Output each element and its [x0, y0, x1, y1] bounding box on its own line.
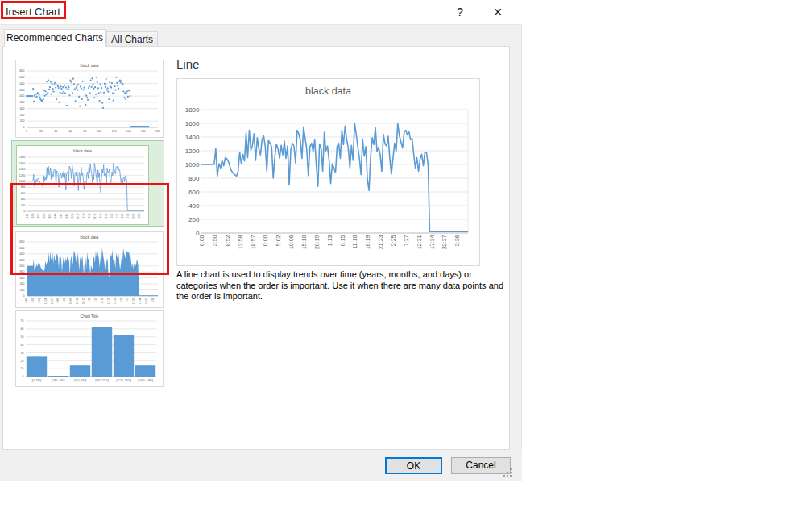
svg-text:17:34: 17:34	[139, 298, 142, 304]
svg-text:17:34: 17:34	[429, 235, 435, 249]
chart-description: A line chart is used to display trends o…	[176, 269, 505, 302]
svg-text:13:58: 13:58	[44, 298, 48, 304]
svg-text:1600: 1600	[19, 76, 25, 79]
title-bar: Insert Chart ? ✕	[0, 0, 522, 25]
svg-text:1800: 1800	[19, 156, 26, 159]
resize-grip-icon[interactable]	[503, 468, 512, 477]
svg-text:160: 160	[141, 130, 146, 133]
svg-text:8:52: 8:52	[37, 213, 40, 218]
chart-thumbnail-line-selected[interactable]: 0200400600800100012001400160018000:003:5…	[11, 140, 164, 227]
svg-text:1000: 1000	[19, 180, 26, 183]
svg-text:600: 600	[20, 277, 25, 280]
svg-text:15:10: 15:10	[76, 298, 79, 304]
tab-all-charts[interactable]: All Charts	[106, 31, 158, 47]
svg-text:7:27: 7:27	[116, 213, 119, 218]
svg-text:16:19: 16:19	[107, 298, 110, 304]
svg-text:800: 800	[188, 175, 200, 182]
svg-text:1200: 1200	[19, 174, 26, 177]
chart-thumbnail-area[interactable]: 0200400600800100012001400160018000:003:5…	[15, 231, 164, 308]
svg-text:1800: 1800	[19, 240, 25, 244]
svg-text:1600: 1600	[19, 247, 25, 250]
svg-text:3:36: 3:36	[138, 213, 141, 218]
svg-text:400: 400	[188, 202, 200, 210]
svg-text:(560, 840]: (560, 840]	[74, 379, 86, 382]
svg-text:8:52: 8:52	[225, 235, 230, 246]
dialog-content-pane: 0200400600800100012001400160018000204060…	[2, 46, 510, 450]
svg-text:16:19: 16:19	[365, 235, 371, 249]
svg-text:0: 0	[26, 130, 27, 133]
svg-text:1000: 1000	[19, 264, 25, 268]
svg-text:400: 400	[20, 114, 25, 117]
svg-text:200: 200	[20, 119, 25, 123]
svg-text:22:37: 22:37	[145, 298, 148, 304]
svg-text:15:10: 15:10	[301, 235, 307, 249]
chart-thumbnail-scatter[interactable]: 0200400600800100012001400160018000204060…	[15, 60, 164, 138]
svg-text:800: 800	[21, 185, 26, 189]
dialog-footer: OK Cancel	[0, 450, 522, 481]
svg-text:22:37: 22:37	[441, 235, 447, 249]
window-title: Insert Chart	[6, 6, 60, 18]
svg-text:40: 40	[54, 130, 57, 133]
svg-text:12:31: 12:31	[416, 235, 422, 249]
svg-text:10: 10	[21, 367, 24, 370]
svg-text:5:02: 5:02	[60, 213, 63, 218]
chart-thumbnail-histogram[interactable]: 010203040506070[0, 280](280, 560](560, 8…	[15, 310, 164, 387]
svg-text:600: 600	[188, 189, 200, 196]
svg-text:2:25: 2:25	[110, 213, 114, 218]
svg-text:1600: 1600	[19, 162, 26, 165]
svg-text:1:13: 1:13	[327, 235, 333, 246]
thumbnail-chart-frame: 0200400600800100012001400160018000:003:5…	[16, 145, 149, 225]
svg-text:12:31: 12:31	[121, 213, 124, 219]
svg-text:6:15: 6:15	[94, 298, 97, 302]
svg-text:20: 20	[39, 130, 43, 133]
svg-text:0: 0	[24, 210, 26, 213]
svg-text:1:13: 1:13	[88, 298, 91, 302]
svg-text:16:19: 16:19	[99, 213, 102, 219]
svg-text:0:00: 0:00	[54, 213, 57, 218]
help-icon[interactable]: ?	[450, 3, 470, 21]
svg-text:(840, 1120]: (840, 1120]	[95, 379, 109, 382]
close-icon[interactable]: ✕	[487, 3, 508, 21]
svg-text:50: 50	[21, 335, 24, 339]
svg-text:3:36: 3:36	[151, 298, 155, 302]
svg-text:8:52: 8:52	[38, 298, 41, 302]
svg-text:1200: 1200	[19, 89, 25, 92]
svg-text:6:15: 6:15	[340, 235, 346, 246]
svg-text:60: 60	[68, 130, 72, 133]
preview-chart: 0200400600800100012001400160018000:003:5…	[176, 78, 480, 266]
svg-text:1400: 1400	[185, 134, 200, 141]
svg-text:180: 180	[155, 130, 160, 133]
svg-text:400: 400	[20, 282, 25, 285]
svg-text:600: 600	[21, 192, 26, 195]
svg-text:20:19: 20:19	[314, 235, 320, 249]
svg-text:5:02: 5:02	[63, 298, 66, 302]
svg-text:70: 70	[21, 319, 24, 323]
cancel-button[interactable]: Cancel	[451, 457, 511, 474]
svg-text:1:13: 1:13	[82, 213, 85, 218]
svg-text:21:23: 21:23	[105, 213, 108, 219]
svg-text:17:34: 17:34	[126, 213, 130, 219]
tab-recommended-charts[interactable]: Recommended Charts	[4, 29, 106, 47]
svg-text:0: 0	[23, 375, 24, 378]
svg-text:3:50: 3:50	[31, 298, 35, 302]
svg-text:12:31: 12:31	[132, 298, 135, 304]
svg-text:400: 400	[21, 198, 26, 201]
svg-text:1600: 1600	[185, 120, 200, 127]
svg-text:60: 60	[21, 327, 24, 331]
svg-text:1800: 1800	[185, 106, 200, 114]
svg-text:1200: 1200	[19, 259, 25, 262]
svg-text:[0, 280]: [0, 280]	[32, 379, 41, 382]
svg-text:20:19: 20:19	[77, 213, 80, 219]
svg-text:11:16: 11:16	[93, 213, 97, 219]
svg-text:2:25: 2:25	[120, 298, 123, 302]
svg-text:18:57: 18:57	[51, 298, 54, 304]
svg-text:600: 600	[20, 107, 25, 110]
svg-text:3:50: 3:50	[31, 213, 35, 218]
ok-button[interactable]: OK	[385, 457, 442, 474]
svg-text:1400: 1400	[19, 82, 25, 85]
svg-text:1000: 1000	[19, 94, 25, 98]
svg-text:200: 200	[21, 204, 26, 207]
svg-text:20:19: 20:19	[82, 298, 85, 304]
svg-text:800: 800	[20, 101, 25, 104]
svg-text:3:36: 3:36	[454, 235, 460, 246]
